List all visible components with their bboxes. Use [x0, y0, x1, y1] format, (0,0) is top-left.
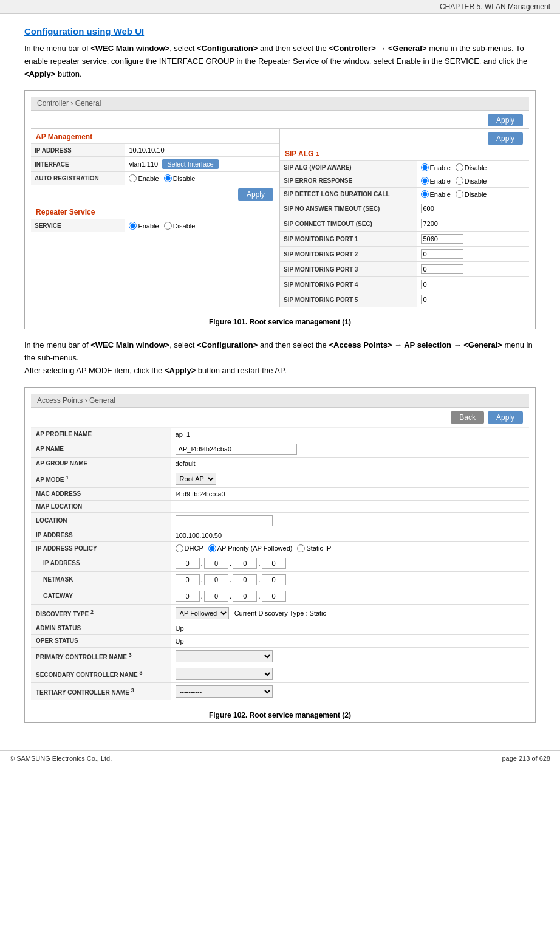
sip-mon1-input[interactable]: [421, 234, 463, 244]
sip-mon5-input[interactable]: [421, 295, 463, 304]
sip-mon4-input[interactable]: [421, 280, 463, 289]
table-row: AP GROUP NAME default: [31, 457, 529, 470]
nm-part4[interactable]: [262, 574, 286, 585]
fig1-apply-left[interactable]: Apply: [238, 188, 273, 201]
ip-part3[interactable]: [233, 558, 257, 569]
ip-address-value: 10.10.10.10: [125, 144, 279, 157]
table-row: SIP CONNECT TIMEOUT (SEC): [280, 216, 529, 232]
nm-part2[interactable]: [204, 574, 228, 585]
fig1-apply-top-left[interactable]: Apply: [488, 114, 523, 126]
fig1-apply-right[interactable]: Apply: [488, 132, 523, 145]
gw-part4[interactable]: [262, 591, 286, 602]
auto-reg-disable-radio[interactable]: Disable: [164, 174, 196, 182]
repeater-service-header: Repeater Service: [31, 204, 279, 219]
back-button[interactable]: Back: [451, 411, 484, 424]
sip-mon3-label: SIP MONITORING PORT 3: [280, 262, 417, 277]
sip-mon3-input[interactable]: [421, 264, 463, 274]
table-row: AP PROFILE NAME ap_1: [31, 428, 529, 441]
interface-label: INTERFACE: [31, 157, 125, 172]
service-enable-radio[interactable]: Enable: [129, 222, 159, 230]
auto-registration-value: Enable Disable: [125, 172, 279, 185]
sip-mon1-value: [417, 232, 530, 247]
location-input[interactable]: [176, 515, 273, 526]
ip-part2[interactable]: [204, 558, 228, 569]
service-value: Enable Disable: [125, 219, 279, 233]
dhcp-radio[interactable]: DHCP: [176, 544, 203, 552]
auto-reg-enable-radio[interactable]: Enable: [129, 174, 159, 182]
netmask-value: . . .: [171, 571, 529, 588]
gw-part3[interactable]: [233, 591, 257, 602]
sip-mon5-value: [417, 292, 530, 307]
sip-voip-label: SIP ALG (VOIP AWARE): [280, 161, 417, 174]
sip-connect-input[interactable]: [421, 219, 463, 228]
tertiary-ctrl-label: TERTIARY CONTROLLER NAME 3: [31, 682, 171, 700]
map-location-value: [171, 500, 529, 512]
ip-address-label: IP ADDRESS: [31, 144, 125, 157]
oper-status-value: Up: [171, 634, 529, 647]
discovery-type-value: AP Followed Current Discovery Type : Sta…: [171, 604, 529, 622]
sip-mon4-value: [417, 277, 530, 292]
gateway-value: . . .: [171, 588, 529, 604]
figure1-container: Controller › General Apply AP Management…: [24, 90, 536, 329]
sip-mon2-input[interactable]: [421, 249, 463, 259]
figure1-caption: Figure 101. Root service management (1): [25, 313, 535, 329]
table-row: GATEWAY . . .: [31, 588, 529, 604]
sip-mon5-label: SIP MONITORING PORT 5: [280, 292, 417, 307]
ap-ip-address-label: IP ADDRESS: [31, 529, 171, 541]
sip-error-enable[interactable]: Enable: [421, 177, 451, 185]
gateway-label: GATEWAY: [31, 588, 171, 604]
table-row: SIP MONITORING PORT 5: [280, 292, 529, 307]
ap-profile-name-value: ap_1: [171, 428, 529, 441]
sip-voip-enable[interactable]: Enable: [421, 163, 451, 171]
discovery-type-select[interactable]: AP Followed: [176, 607, 229, 619]
table-row: INTERFACE vlan1.110 Select Interface: [31, 157, 279, 172]
secondary-ctrl-select[interactable]: ----------: [176, 668, 273, 680]
table-row: LOCATION: [31, 512, 529, 529]
ap-priority-radio[interactable]: AP Priority (AP Followed): [208, 544, 293, 552]
gw-part1[interactable]: [176, 591, 200, 602]
sip-noanswer-input[interactable]: [421, 204, 463, 213]
table-row: DISCOVERY TYPE 2 AP Followed Current Dis…: [31, 604, 529, 622]
table-row: SIP MONITORING PORT 3: [280, 262, 529, 277]
nm-part1[interactable]: [176, 574, 200, 585]
service-disable-radio[interactable]: Disable: [164, 222, 196, 230]
location-label: LOCATION: [31, 512, 171, 529]
primary-ctrl-label: PRIMARY CONTROLLER NAME 3: [31, 647, 171, 665]
ip-address-policy-label: IP ADDRESS POLICY: [31, 541, 171, 555]
table-row: TERTIARY CONTROLLER NAME 3 ----------: [31, 682, 529, 700]
oper-status-label: OPER STATUS: [31, 634, 171, 647]
ap-group-name-label: AP GROUP NAME: [31, 457, 171, 470]
mac-address-label: MAC ADDRESS: [31, 487, 171, 500]
sip-detect-disable[interactable]: Disable: [456, 190, 487, 198]
sip-detect-enable[interactable]: Enable: [421, 190, 451, 198]
ip-part4[interactable]: [262, 558, 286, 569]
static-ip-radio[interactable]: Static IP: [297, 544, 331, 552]
tertiary-ctrl-select[interactable]: ----------: [176, 685, 273, 698]
table-row: SIP DETECT LONG DURATION CALL Enable Dis…: [280, 188, 529, 201]
ap-ip-address-value: 100.100.100.50: [171, 529, 529, 541]
nm-part3[interactable]: [233, 574, 257, 585]
primary-ctrl-value: ----------: [171, 647, 529, 665]
ap-mode-value: Root AP: [171, 470, 529, 487]
ip-address-policy-value: DHCP AP Priority (AP Followed) Static IP: [171, 541, 529, 555]
select-interface-button[interactable]: Select Interface: [162, 159, 218, 169]
primary-ctrl-select[interactable]: ----------: [176, 650, 273, 662]
secondary-ctrl-value: ----------: [171, 665, 529, 682]
sip-noanswer-label: SIP NO ANSWER TIMEOUT (SEC): [280, 201, 417, 216]
table-row: AP NAME: [31, 441, 529, 457]
table-row: SIP MONITORING PORT 1: [280, 232, 529, 247]
sip-mon2-value: [417, 247, 530, 262]
sip-mon4-label: SIP MONITORING PORT 4: [280, 277, 417, 292]
ip-part1[interactable]: [176, 558, 200, 569]
sip-voip-disable[interactable]: Disable: [456, 163, 487, 171]
ap-mode-select[interactable]: Root AP: [176, 473, 216, 485]
fig2-apply-button[interactable]: Apply: [488, 411, 523, 424]
admin-status-value: Up: [171, 622, 529, 634]
sip-detect-value: Enable Disable: [417, 188, 530, 201]
ap-name-label: AP NAME: [31, 441, 171, 457]
section-title: Configuration using Web UI: [24, 26, 536, 36]
gw-part2[interactable]: [204, 591, 228, 602]
ap-name-input[interactable]: [176, 444, 297, 455]
sub-ip-address-value: . . .: [171, 555, 529, 571]
sip-error-disable[interactable]: Disable: [456, 177, 487, 185]
